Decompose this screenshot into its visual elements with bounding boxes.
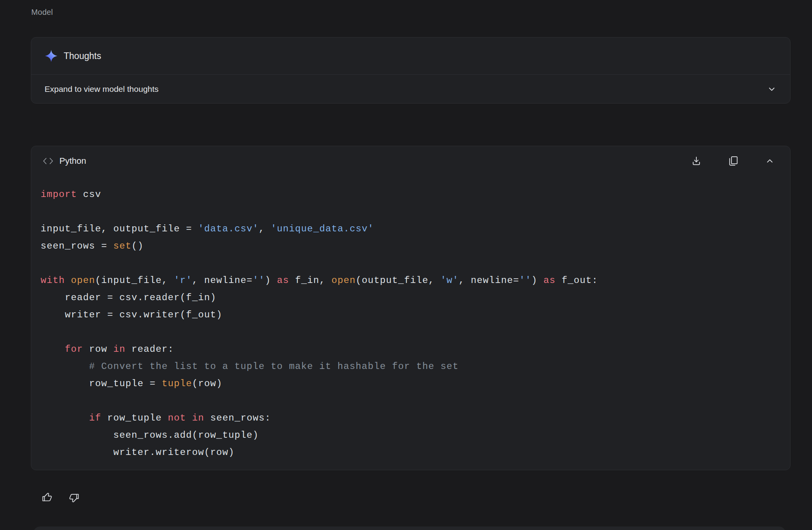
code-language-label: Python (59, 156, 86, 166)
code-line: reader = csv.reader(f_in) (41, 289, 778, 306)
code-panel-header: Python (31, 146, 790, 176)
prompt-bar-peek[interactable] (33, 526, 786, 530)
copy-icon (728, 156, 739, 167)
code-line: writer = csv.writer(f_out) (41, 306, 778, 324)
model-role-label: Model (31, 8, 53, 17)
python-code-panel: Python (31, 146, 791, 470)
code-line: import csv (41, 186, 778, 203)
code-line: seen_rows = set() (41, 238, 778, 255)
chevron-up-icon (765, 156, 775, 166)
thumbs-down-icon (68, 492, 80, 503)
copy-code-button[interactable] (724, 152, 742, 170)
feedback-row (38, 489, 83, 506)
code-line: if row_tuple not in seen_rows: (41, 410, 778, 427)
code-line: for row in reader: (41, 341, 778, 358)
chevron-down-icon[interactable] (767, 84, 777, 94)
thoughts-header[interactable]: Thoughts (31, 38, 790, 74)
code-line: seen_rows.add(row_tuple) (41, 427, 778, 444)
code-line: row_tuple = tuple(row) (41, 375, 778, 392)
download-icon (691, 156, 702, 167)
sparkle-icon (45, 49, 58, 63)
code-line: # Convert the list to a tuple to make it… (41, 358, 778, 375)
code-line: input_file, output_file = 'data.csv', 'u… (41, 220, 778, 238)
code-icon (42, 156, 54, 166)
code-content: import csv input_file, output_file = 'da… (31, 176, 790, 465)
thoughts-panel: Thoughts Expand to view model thoughts (31, 37, 791, 104)
code-line (41, 392, 778, 410)
thoughts-expand-toggle[interactable]: Expand to view model thoughts (31, 75, 790, 103)
code-line (41, 324, 778, 341)
collapse-code-button[interactable] (761, 152, 778, 170)
code-line: writer.writerow(row) (41, 444, 778, 461)
code-line (41, 255, 778, 272)
thumbs-up-icon (41, 492, 53, 503)
thumbs-down-button[interactable] (66, 489, 83, 506)
thoughts-expand-label: Expand to view model thoughts (45, 84, 159, 94)
code-line (41, 203, 778, 220)
thoughts-title: Thoughts (64, 51, 101, 61)
thumbs-up-button[interactable] (38, 489, 55, 506)
code-line: with open(input_file, 'r', newline='') a… (41, 272, 778, 289)
download-code-button[interactable] (688, 152, 705, 170)
